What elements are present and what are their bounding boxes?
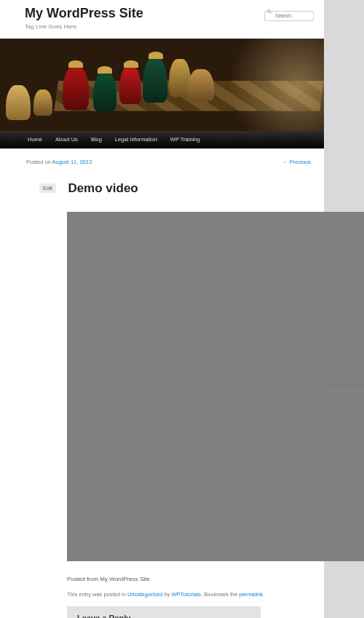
nav-item-training[interactable]: WP Training [165, 131, 206, 148]
meta-prefix: This entry was posted in [67, 591, 127, 598]
nav-previous-link[interactable]: ← Previous [282, 159, 311, 165]
posted-from-text: Posted from My WordPress Site [67, 576, 311, 582]
author-link[interactable]: WPTutorials [171, 591, 201, 598]
comment-form: Leave a Reply [67, 606, 261, 618]
svg-point-0 [267, 9, 270, 12]
nav-item-home[interactable]: Home [22, 131, 48, 148]
post-date-link[interactable]: August 11, 2013 [52, 159, 92, 165]
nav-item-legal[interactable]: Legal Information [109, 131, 163, 148]
search-box [264, 7, 314, 21]
meta-suffix: . [263, 591, 264, 598]
entry-footer-meta: This entry was posted in Uncategorized b… [67, 591, 311, 598]
watermark-text: MaximumPower [329, 389, 364, 394]
permalink-link[interactable]: permalink [240, 591, 264, 598]
posted-on-label: Posted on [26, 159, 52, 165]
edit-button[interactable]: Edit [39, 183, 56, 193]
nav-item-about[interactable]: About Us [50, 131, 84, 148]
entry-content: Edit Demo video Posted from My WordPress… [26, 181, 311, 618]
header-image[interactable] [0, 39, 324, 131]
post-date-meta: Posted on August 11, 2013 [26, 159, 92, 165]
category-link[interactable]: Uncategorized [127, 591, 162, 598]
search-icon [266, 9, 272, 15]
main-content: Posted on August 11, 2013 ← Previous Edi… [0, 148, 324, 618]
site-tagline: Tag Line Goes Here [25, 23, 312, 30]
svg-line-1 [270, 12, 272, 14]
reply-title: Leave a Reply [77, 614, 250, 618]
post-title: Demo video [68, 181, 138, 196]
meta-bookmark: . Bookmark the [201, 591, 240, 598]
meta-by: by [162, 591, 171, 598]
primary-nav: Home About Us Blog Legal Information WP … [0, 131, 324, 148]
site-header: My WordPress Site Tag Line Goes Here [0, 0, 324, 33]
video-embed-placeholder[interactable] [67, 212, 364, 561]
nav-item-blog[interactable]: Blog [85, 131, 108, 148]
